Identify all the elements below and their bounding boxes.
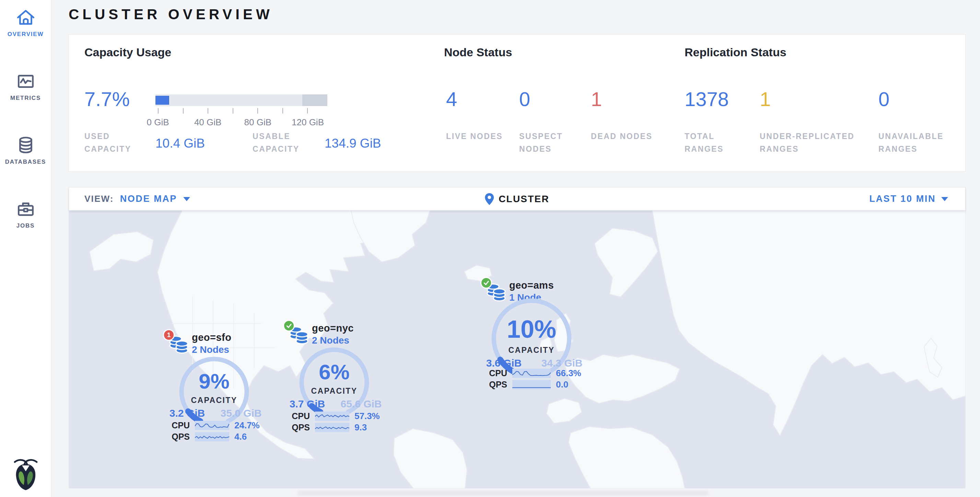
chevron-down-icon[interactable] — [941, 197, 948, 201]
healthy-check-icon — [480, 277, 492, 289]
cpu-value: 57.3% — [355, 411, 380, 422]
dead-node-badge: 1 — [163, 329, 175, 341]
sidebar-item-label: OVERVIEW — [0, 31, 51, 38]
unavailable-ranges-label: UNAVAILABLE RANGES — [878, 130, 943, 156]
unavailable-ranges-value: 0 — [878, 87, 889, 112]
cpu-value: 66.3% — [556, 368, 581, 379]
capacity-percent: 10% — [480, 317, 583, 341]
cockroachdb-logo — [11, 457, 40, 491]
capacity-label: CAPACITY — [170, 396, 259, 405]
node-map-card: VIEW: NODE MAP CLUSTER LAST 10 MIN — [68, 187, 966, 488]
sidebar-item-metrics[interactable]: METRICS — [0, 72, 51, 102]
sidebar-item-label: JOBS — [0, 222, 51, 229]
qps-label: QPS — [165, 432, 190, 442]
total-ranges-label: TOTAL RANGES — [684, 130, 750, 156]
sidebar-item-label: DATABASES — [0, 159, 51, 166]
qps-label: QPS — [482, 380, 507, 390]
under-replicated-ranges-value: 1 — [760, 87, 771, 112]
qps-value: 9.3 — [355, 422, 367, 433]
land-asia — [652, 210, 965, 436]
locality-marker-ams[interactable]: geo=ams 1 Node 10% CAPACITY 3.6 GiB 34.3… — [479, 278, 603, 464]
page-title: CLUSTER OVERVIEW — [68, 6, 273, 23]
databases-icon — [16, 135, 36, 155]
jobs-icon — [16, 199, 36, 219]
used-capacity-label: USED CAPACITY — [84, 130, 150, 156]
qps-value: 0.0 — [556, 379, 568, 390]
sidebar-item-databases[interactable]: DATABASES — [0, 135, 51, 166]
total-ranges-value: 1378 — [684, 87, 729, 112]
qps-sparkline — [512, 380, 551, 389]
capacity-usable-value: 65.6 GiB — [336, 398, 386, 410]
capacity-label: CAPACITY — [290, 387, 379, 396]
suspect-nodes-value: 0 — [519, 87, 530, 112]
node-map: 1 geo=sfo 2 Nodes 9% CAPACITY 3.2 GiB 35… — [69, 210, 965, 488]
view-label: VIEW: — [84, 194, 114, 204]
sidebar-item-jobs[interactable]: JOBS — [0, 199, 51, 229]
capacity-label: CAPACITY — [480, 346, 583, 355]
qps-sparkline — [195, 432, 229, 441]
chevron-down-icon[interactable] — [183, 197, 190, 201]
time-range-selector[interactable]: LAST 10 MIN — [869, 187, 948, 210]
land-scandinavia — [595, 228, 658, 297]
capacity-usage-title: Capacity Usage — [84, 46, 171, 59]
view-selector[interactable]: NODE MAP — [120, 194, 177, 204]
cpu-label: CPU — [285, 411, 310, 421]
home-icon — [16, 8, 36, 27]
live-nodes-label: LIVE NODES — [446, 130, 511, 143]
qps-label: QPS — [285, 422, 310, 432]
cpu-sparkline — [512, 369, 551, 378]
sidebar-item-label: METRICS — [0, 95, 51, 102]
capacity-percent: 7.7% — [84, 87, 130, 112]
cpu-value: 24.7% — [234, 420, 260, 431]
locality-marker-nyc[interactable]: geo=nyc 2 Nodes 6% CAPACITY 3.7 GiB 65.6… — [282, 321, 405, 488]
breadcrumb[interactable]: CLUSTER — [485, 187, 549, 210]
cpu-sparkline — [195, 421, 229, 430]
breadcrumb-cluster[interactable]: CLUSTER — [499, 194, 549, 205]
healthy-check-icon — [283, 320, 295, 331]
cpu-sparkline — [315, 411, 349, 421]
capacity-bar-used — [156, 96, 169, 105]
capacity-bar — [156, 94, 327, 106]
capacity-percent: 6% — [290, 360, 379, 384]
usable-capacity-value: 134.9 GiB — [325, 136, 381, 151]
usable-capacity-label: USABLE CAPACITY — [253, 130, 318, 156]
under-replicated-ranges-label: UNDER-REPLICATED RANGES — [760, 130, 863, 156]
time-range-value[interactable]: LAST 10 MIN — [869, 194, 936, 204]
locality-marker-sfo[interactable]: 1 geo=sfo 2 Nodes 9% CAPACITY 3.2 GiB 35… — [162, 331, 285, 488]
qps-sparkline — [315, 423, 349, 432]
sidebar-item-overview[interactable]: OVERVIEW — [0, 8, 51, 38]
capacity-used-value: 3.7 GiB — [282, 398, 332, 410]
dead-nodes-value: 1 — [591, 87, 602, 112]
suspect-nodes-label: SUSPECT NODES — [519, 130, 584, 156]
qps-value: 4.6 — [234, 432, 247, 442]
locality-name: geo=sfo — [192, 332, 232, 343]
replication-status-title: Replication Status — [684, 46, 786, 59]
capacity-usable-value: 35.0 GiB — [216, 408, 266, 419]
capacity-used-value: 3.2 GiB — [162, 408, 212, 419]
node-status-title: Node Status — [444, 46, 512, 59]
used-capacity-value: 10.4 GiB — [156, 136, 205, 151]
map-pin-icon — [485, 193, 494, 205]
view-bar: VIEW: NODE MAP CLUSTER LAST 10 MIN — [69, 187, 965, 210]
capacity-percent: 9% — [170, 369, 259, 394]
land-alaska — [89, 232, 153, 271]
cpu-label: CPU — [165, 421, 190, 430]
capacity-usable-value: 34.3 GiB — [537, 357, 587, 369]
capacity-bar-ticks — [158, 108, 308, 114]
cluster-summary-card: Capacity Usage 7.7% 0 GiB 40 GiB 80 GiB … — [68, 34, 966, 172]
live-nodes-value: 4 — [446, 87, 457, 112]
sidebar: OVERVIEW METRICS DATABASES JOBS — [0, 0, 51, 497]
horizontal-scrollbar[interactable] — [297, 491, 709, 495]
capacity-used-value: 3.6 GiB — [479, 357, 529, 369]
cpu-label: CPU — [482, 368, 507, 378]
capacity-bar-tick-labels: 0 GiB 40 GiB 80 GiB 120 GiB — [158, 117, 308, 128]
dead-nodes-label: DEAD NODES — [591, 130, 656, 143]
metrics-icon — [16, 72, 36, 91]
capacity-bar-reserved — [302, 94, 327, 106]
locality-name: geo=nyc — [312, 323, 354, 334]
